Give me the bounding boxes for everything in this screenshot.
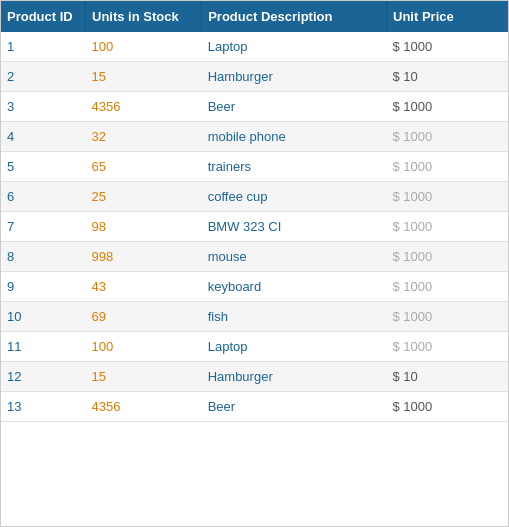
cell-price: $ 1000 (387, 212, 508, 242)
cell-product-id: 9 (1, 272, 86, 302)
cell-product-id: 8 (1, 242, 86, 272)
cell-desc: mouse (202, 242, 387, 272)
cell-price: $ 1000 (387, 332, 508, 362)
header-product-desc: Product Description (202, 1, 387, 32)
cell-product-id: 2 (1, 62, 86, 92)
product-table: Product ID Units in Stock Product Descri… (1, 1, 508, 422)
cell-product-id: 7 (1, 212, 86, 242)
header-product-id: Product ID (1, 1, 86, 32)
table-row: 565trainers$ 1000 (1, 152, 508, 182)
cell-units: 4356 (86, 392, 202, 422)
cell-product-id: 11 (1, 332, 86, 362)
cell-desc: Hamburger (202, 62, 387, 92)
cell-desc: Hamburger (202, 362, 387, 392)
data-table: Product ID Units in Stock Product Descri… (0, 0, 509, 527)
cell-desc: coffee cup (202, 182, 387, 212)
table-row: 625coffee cup$ 1000 (1, 182, 508, 212)
cell-units: 4356 (86, 92, 202, 122)
cell-price: $ 10 (387, 362, 508, 392)
cell-units: 69 (86, 302, 202, 332)
cell-units: 15 (86, 62, 202, 92)
table-row: 215Hamburger$ 10 (1, 62, 508, 92)
cell-desc: mobile phone (202, 122, 387, 152)
cell-desc: BMW 323 CI (202, 212, 387, 242)
cell-price: $ 1000 (387, 152, 508, 182)
cell-units: 15 (86, 362, 202, 392)
cell-desc: keyboard (202, 272, 387, 302)
cell-desc: trainers (202, 152, 387, 182)
cell-units: 100 (86, 32, 202, 62)
cell-units: 65 (86, 152, 202, 182)
cell-product-id: 3 (1, 92, 86, 122)
cell-desc: Laptop (202, 332, 387, 362)
cell-price: $ 1000 (387, 392, 508, 422)
table-row: 432mobile phone$ 1000 (1, 122, 508, 152)
table-body: 1100Laptop$ 1000215Hamburger$ 1034356Bee… (1, 32, 508, 422)
table-row: 1215Hamburger$ 10 (1, 362, 508, 392)
table-row: 34356Beer$ 1000 (1, 92, 508, 122)
cell-product-id: 6 (1, 182, 86, 212)
cell-product-id: 4 (1, 122, 86, 152)
cell-price: $ 1000 (387, 122, 508, 152)
cell-desc: Laptop (202, 32, 387, 62)
cell-product-id: 12 (1, 362, 86, 392)
cell-units: 100 (86, 332, 202, 362)
table-row: 1100Laptop$ 1000 (1, 32, 508, 62)
table-row: 943keyboard$ 1000 (1, 272, 508, 302)
table-row: 8998mouse$ 1000 (1, 242, 508, 272)
cell-units: 98 (86, 212, 202, 242)
table-row: 1069fish$ 1000 (1, 302, 508, 332)
cell-units: 32 (86, 122, 202, 152)
cell-product-id: 10 (1, 302, 86, 332)
header-unit-price: Unit Price (387, 1, 508, 32)
cell-desc: Beer (202, 92, 387, 122)
table-header-row: Product ID Units in Stock Product Descri… (1, 1, 508, 32)
cell-price: $ 1000 (387, 272, 508, 302)
cell-price: $ 1000 (387, 32, 508, 62)
cell-product-id: 1 (1, 32, 86, 62)
cell-units: 998 (86, 242, 202, 272)
cell-price: $ 1000 (387, 242, 508, 272)
cell-price: $ 1000 (387, 92, 508, 122)
table-scroll-area[interactable]: Product ID Units in Stock Product Descri… (1, 1, 508, 526)
cell-units: 25 (86, 182, 202, 212)
table-row: 134356Beer$ 1000 (1, 392, 508, 422)
cell-product-id: 13 (1, 392, 86, 422)
cell-units: 43 (86, 272, 202, 302)
cell-desc: Beer (202, 392, 387, 422)
cell-product-id: 5 (1, 152, 86, 182)
header-units-stock: Units in Stock (86, 1, 202, 32)
cell-price: $ 1000 (387, 182, 508, 212)
cell-price: $ 10 (387, 62, 508, 92)
table-row: 798BMW 323 CI$ 1000 (1, 212, 508, 242)
table-row: 11100Laptop$ 1000 (1, 332, 508, 362)
cell-price: $ 1000 (387, 302, 508, 332)
cell-desc: fish (202, 302, 387, 332)
